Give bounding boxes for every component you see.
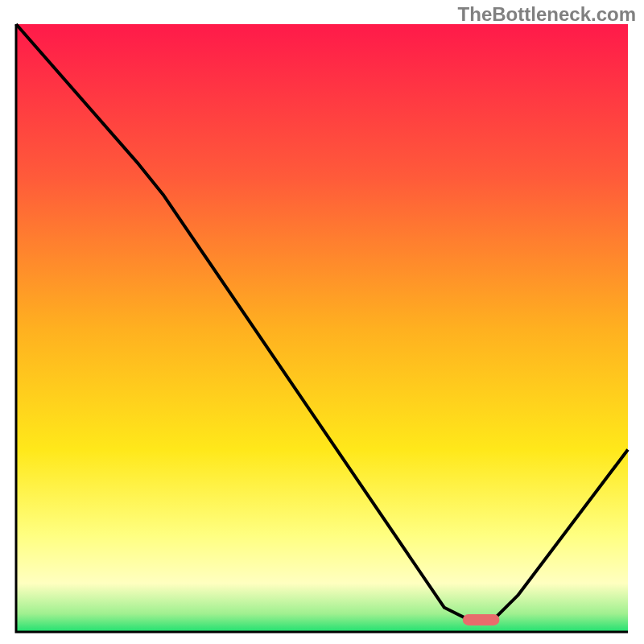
gradient-background	[16, 24, 628, 632]
bottleneck-chart	[0, 0, 644, 644]
chart-svg	[0, 0, 644, 644]
optimal-marker	[463, 614, 500, 625]
attribution-text: TheBottleneck.com	[458, 3, 636, 26]
